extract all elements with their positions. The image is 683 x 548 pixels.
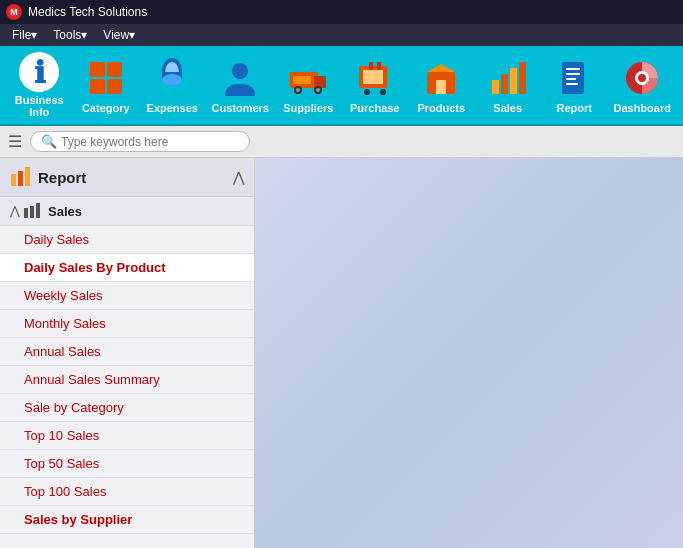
sidebar-item-weekly-sales[interactable]: Weekly Sales <box>0 282 254 310</box>
toolbar-suppliers-label: Suppliers <box>283 102 333 114</box>
toolbar-dashboard[interactable]: Dashboard <box>609 49 674 121</box>
svg-rect-42 <box>36 203 40 218</box>
svg-rect-33 <box>566 83 578 85</box>
sales-icon <box>488 58 528 98</box>
toolbar-suppliers[interactable]: Suppliers <box>277 49 340 121</box>
toolbar-business-info-label: Business Info <box>12 94 67 118</box>
svg-rect-39 <box>25 167 30 186</box>
sidebar-item-top-100-sales[interactable]: Top 100 Sales <box>0 478 254 506</box>
sales-group-icon <box>24 202 42 220</box>
svg-rect-26 <box>501 74 508 94</box>
menu-bar: File▾ Tools▾ View▾ <box>0 24 683 46</box>
search-icon: 🔍 <box>41 134 57 149</box>
sidebar-items-container: Daily SalesDaily Sales By ProductWeekly … <box>0 226 254 534</box>
toolbar-report-label: Report <box>556 102 591 114</box>
toolbar-report[interactable]: Report <box>543 49 606 121</box>
sales-group-chevron: ⋀ <box>10 204 20 218</box>
sidebar-item-daily-sales[interactable]: Daily Sales <box>0 226 254 254</box>
expenses-icon <box>152 58 192 98</box>
search-box[interactable]: 🔍 <box>30 131 250 152</box>
svg-point-36 <box>638 74 646 82</box>
customers-icon <box>220 58 260 98</box>
svg-rect-31 <box>566 73 580 75</box>
sidebar-item-sale-by-category[interactable]: Sale by Category <box>0 394 254 422</box>
toolbar-customers[interactable]: Customers <box>208 49 273 121</box>
svg-point-8 <box>232 63 248 79</box>
sidebar-report-icon <box>10 166 32 188</box>
menu-view[interactable]: View▾ <box>95 26 143 44</box>
menu-tools[interactable]: Tools▾ <box>45 26 95 44</box>
svg-point-15 <box>316 88 320 92</box>
svg-rect-1 <box>107 62 122 77</box>
toolbar-sales-label: Sales <box>493 102 522 114</box>
svg-rect-21 <box>377 62 381 70</box>
toolbar-dashboard-label: Dashboard <box>613 102 670 114</box>
svg-marker-23 <box>427 64 455 72</box>
category-icon <box>86 58 126 98</box>
svg-rect-32 <box>566 78 576 80</box>
toolbar: ℹ Business Info Category Expenses <box>0 46 683 126</box>
toolbar-products[interactable]: Products <box>410 49 473 121</box>
suppliers-icon <box>288 58 328 98</box>
svg-rect-38 <box>18 171 23 186</box>
app-icon: M <box>6 4 22 20</box>
toolbar-category-label: Category <box>82 102 130 114</box>
svg-rect-37 <box>11 174 16 186</box>
toolbar-expenses-label: Expenses <box>147 102 198 114</box>
svg-rect-17 <box>363 70 383 84</box>
svg-rect-10 <box>314 76 326 88</box>
content-area <box>255 158 683 548</box>
svg-rect-0 <box>90 62 105 77</box>
sidebar-item-top-10-sales[interactable]: Top 10 Sales <box>0 422 254 450</box>
toolbar-customers-label: Customers <box>212 102 269 114</box>
main-layout: Report ⋀ ⋀ Sales Daily SalesDaily Sales … <box>0 158 683 548</box>
svg-rect-2 <box>90 79 105 94</box>
sidebar-item-sales-by-supplier[interactable]: Sales by Supplier <box>0 506 254 534</box>
products-icon <box>421 58 461 98</box>
menu-file[interactable]: File▾ <box>4 26 45 44</box>
svg-rect-30 <box>566 68 580 70</box>
svg-rect-41 <box>30 206 34 218</box>
svg-rect-3 <box>107 79 122 94</box>
sidebar-item-top-50-sales[interactable]: Top 50 Sales <box>0 450 254 478</box>
sidebar-title: Report <box>38 169 86 186</box>
dashboard-icon <box>622 58 662 98</box>
svg-point-14 <box>296 88 300 92</box>
business-info-icon: ℹ <box>19 52 59 92</box>
title-bar: M Medics Tech Solutions <box>0 0 683 24</box>
toolbar-expenses[interactable]: Expenses <box>141 49 204 121</box>
sidebar-item-monthly-sales[interactable]: Monthly Sales <box>0 310 254 338</box>
svg-point-7 <box>162 74 182 86</box>
sidebar: Report ⋀ ⋀ Sales Daily SalesDaily Sales … <box>0 158 255 548</box>
svg-rect-27 <box>510 68 517 94</box>
sidebar-item-annual-sales[interactable]: Annual Sales <box>0 338 254 366</box>
app-title: Medics Tech Solutions <box>28 5 147 19</box>
svg-point-19 <box>380 89 386 95</box>
report-icon <box>554 58 594 98</box>
sidebar-item-daily-sales-by-product[interactable]: Daily Sales By Product <box>0 254 254 282</box>
svg-rect-11 <box>293 76 311 84</box>
search-bar: ☰ 🔍 <box>0 126 683 158</box>
toolbar-purchase[interactable]: Purchase <box>343 49 406 121</box>
purchase-icon <box>355 58 395 98</box>
toolbar-category[interactable]: Category <box>75 49 138 121</box>
toolbar-purchase-label: Purchase <box>350 102 400 114</box>
sales-group-label: Sales <box>48 204 82 219</box>
toolbar-products-label: Products <box>417 102 465 114</box>
svg-rect-20 <box>369 62 373 70</box>
svg-rect-40 <box>24 208 28 218</box>
sidebar-collapse-icon[interactable]: ⋀ <box>233 169 244 185</box>
hamburger-icon[interactable]: ☰ <box>8 132 22 151</box>
svg-point-18 <box>364 89 370 95</box>
search-input[interactable] <box>61 135 239 149</box>
sales-group-header[interactable]: ⋀ Sales <box>0 197 254 226</box>
svg-rect-28 <box>519 62 526 94</box>
svg-rect-25 <box>492 80 499 94</box>
sidebar-item-annual-sales-summary[interactable]: Annual Sales Summary <box>0 366 254 394</box>
toolbar-sales[interactable]: Sales <box>476 49 539 121</box>
svg-rect-24 <box>436 80 446 94</box>
sidebar-header: Report ⋀ <box>0 158 254 197</box>
toolbar-business-info[interactable]: ℹ Business Info <box>8 49 71 121</box>
